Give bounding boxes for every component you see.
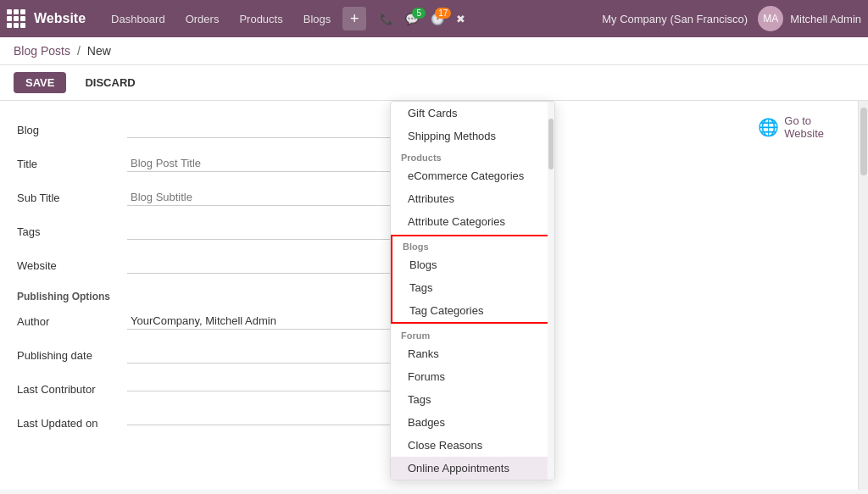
last-updated-label: Last Updated on — [17, 417, 127, 430]
website-label: Website — [17, 259, 127, 272]
messages-icon[interactable]: 💬 5 — [402, 9, 422, 29]
discard-button[interactable]: DISCARD — [73, 72, 147, 93]
main-content: 🌐 Go toWebsite Blog ▾ Title EN Sub Title… — [0, 101, 868, 490]
user-avatar[interactable]: MA — [758, 6, 783, 31]
last-contributor-label: Last Contributor — [17, 383, 127, 396]
wrench-icon[interactable]: ✖ — [453, 9, 469, 29]
main-scrollbar[interactable] — [858, 101, 868, 490]
go-to-website-button[interactable]: 🌐 Go toWebsite — [758, 114, 824, 140]
blog-label: Blog — [17, 124, 127, 136]
publishing-date-label: Publishing date — [17, 349, 127, 362]
subtitle-label: Sub Title — [17, 191, 127, 204]
dropdown-item-blogs[interactable]: Blogs — [392, 253, 553, 276]
breadcrumb-parent[interactable]: Blog Posts — [14, 44, 70, 58]
clock-badge: 17 — [435, 8, 451, 19]
nav-blogs[interactable]: Blogs — [295, 9, 340, 29]
nav-plus-button[interactable]: + — [342, 7, 366, 31]
nav-dashboard[interactable]: Dashboard — [103, 9, 174, 29]
dropdown-item-badges[interactable]: Badges — [391, 411, 554, 434]
dropdown-item-shipping-methods[interactable]: Shipping Methods — [391, 125, 554, 147]
save-button[interactable]: SAVE — [14, 72, 66, 93]
title-label: Title — [17, 158, 127, 170]
globe-icon: 🌐 — [758, 117, 779, 137]
dropdown-scrollable: Gift Cards Shipping Methods Products eCo… — [391, 102, 554, 480]
phone-icon[interactable]: 📞 — [376, 9, 397, 29]
dropdown-item-attributes[interactable]: Attributes — [391, 187, 554, 210]
top-navigation: Website Dashboard Orders Products Blogs … — [0, 0, 868, 37]
breadcrumb-bar: Blog Posts / New — [0, 37, 868, 65]
dropdown-scrollbar[interactable] — [548, 102, 554, 480]
go-to-website-label: Go toWebsite — [784, 114, 824, 140]
app-grid-icon[interactable] — [7, 9, 25, 28]
dropdown-menu: Gift Cards Shipping Methods Products eCo… — [390, 101, 555, 480]
dropdown-item-forum-tags[interactable]: Tags — [391, 388, 554, 411]
nav-orders[interactable]: Orders — [177, 9, 228, 29]
dropdown-scrollbar-thumb — [548, 119, 554, 169]
action-bar: SAVE DISCARD — [0, 65, 868, 101]
messages-badge: 5 — [412, 8, 426, 19]
tags-label: Tags — [17, 225, 127, 238]
dropdown-item-ranks[interactable]: Ranks — [391, 342, 554, 365]
dropdown-item-tag-categories[interactable]: Tag Categories — [392, 299, 553, 322]
blogs-section-highlighted: Blogs Blogs Tags Tag Categories — [391, 235, 554, 324]
breadcrumb-current: New — [87, 44, 111, 58]
dropdown-section-products: Products — [391, 147, 554, 164]
user-name[interactable]: Mitchell Admin — [790, 13, 861, 25]
dropdown-section-blogs: Blogs — [392, 236, 553, 253]
dropdown-item-blog-tags[interactable]: Tags — [392, 276, 553, 299]
clock-icon[interactable]: 🕐 17 — [427, 9, 448, 29]
app-brand[interactable]: Website — [34, 11, 86, 26]
dropdown-item-online-appointments[interactable]: Online Appointments — [391, 457, 554, 480]
dropdown-item-attribute-categories[interactable]: Attribute Categories — [391, 210, 554, 233]
nav-products[interactable]: Products — [231, 9, 291, 29]
dropdown-section-forum: Forum — [391, 325, 554, 342]
company-name[interactable]: My Company (San Francisco) — [602, 13, 748, 25]
author-label: Author — [17, 315, 127, 328]
scrollbar-thumb — [860, 108, 867, 175]
breadcrumb-separator: / — [77, 44, 81, 58]
nav-icons-group: 📞 💬 5 🕐 17 ✖ — [376, 9, 469, 29]
dropdown-item-ecommerce-categories[interactable]: eCommerce Categories — [391, 164, 554, 187]
dropdown-item-close-reasons[interactable]: Close Reasons — [391, 434, 554, 457]
dropdown-item-forums[interactable]: Forums — [391, 365, 554, 388]
dropdown-item-gift-cards[interactable]: Gift Cards — [391, 102, 554, 125]
